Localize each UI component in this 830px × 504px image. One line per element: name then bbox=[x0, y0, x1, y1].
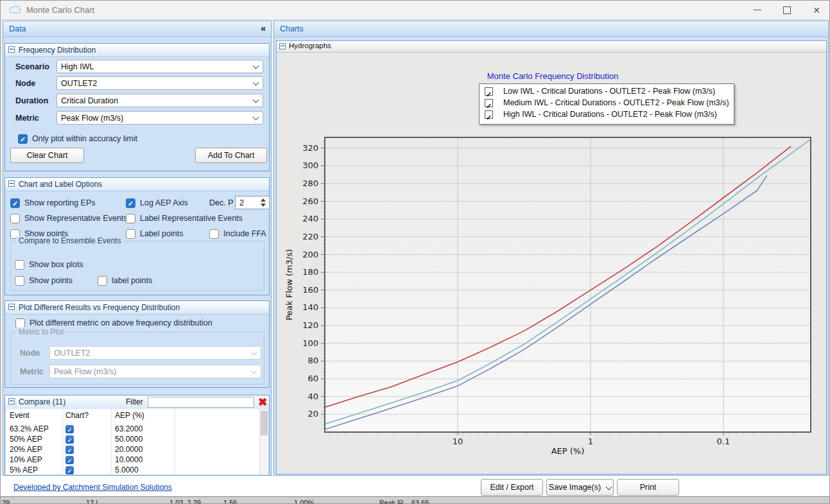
x-tick-label: 10 bbox=[453, 437, 463, 446]
checkbox-label: Show box plots bbox=[29, 260, 83, 269]
checkbox-log-aep-axis[interactable]: Log AEP Axis bbox=[126, 198, 188, 208]
checkbox-ensemble-label-points[interactable]: label points bbox=[98, 275, 152, 286]
legend-item[interactable]: Low IWL - Critical Durations - OUTLET2 -… bbox=[480, 86, 734, 98]
status-fragment: 1.03 2.29 bbox=[169, 499, 201, 504]
table-row[interactable]: 20% AEP 20.0000 bbox=[6, 445, 260, 455]
scrollbar-thumb[interactable] bbox=[261, 411, 268, 435]
filter-label: Filter bbox=[126, 397, 143, 406]
cell-aep: 10.0000 bbox=[115, 455, 143, 464]
chevron-down-icon bbox=[606, 483, 612, 490]
data-panel-title: Data bbox=[9, 24, 26, 33]
metric-label-disabled: Metric bbox=[20, 367, 44, 376]
chart-label-options-header[interactable]: Chart and Label Options bbox=[5, 178, 269, 191]
table-header-row: Event Chart? AEP (%) bbox=[6, 411, 260, 421]
collapse-panel-icon[interactable]: « bbox=[261, 23, 266, 33]
legend-label: Medium IWL - Critical Durations - OUTLET… bbox=[503, 98, 729, 107]
checkbox-accuracy-limit[interactable]: Only plot within accuracy limit bbox=[18, 134, 137, 144]
y-tick-label: 180 bbox=[302, 267, 318, 277]
close-button[interactable]: ✕ bbox=[807, 3, 826, 17]
minimize-button[interactable] bbox=[748, 3, 767, 17]
checkbox-checked-icon bbox=[126, 198, 135, 208]
spin-up-icon[interactable] bbox=[261, 198, 266, 202]
compare-header[interactable]: Compare (11) Filter ✖ bbox=[5, 395, 269, 410]
x-tick-label: 0.1 bbox=[717, 437, 731, 446]
button-label: Edit / Export bbox=[490, 483, 533, 492]
maximize-button[interactable] bbox=[777, 3, 797, 17]
scenario-dropdown[interactable]: High IWL bbox=[56, 60, 263, 73]
checkbox-show-reporting-eps[interactable]: Show reporting EPs bbox=[10, 198, 95, 208]
clear-filter-icon[interactable]: ✖ bbox=[258, 395, 267, 409]
compare-table: Event Chart? AEP (%) 63.2% AEP 63.2000 5… bbox=[6, 409, 260, 474]
cell-event: 50% AEP bbox=[10, 435, 42, 444]
legend-item[interactable]: Medium IWL - Critical Durations - OUTLET… bbox=[480, 98, 734, 109]
spin-down-icon[interactable] bbox=[261, 204, 266, 207]
frequency-distribution-header[interactable]: Frequency Distribution bbox=[5, 44, 269, 57]
column-header-chart[interactable]: Chart? bbox=[65, 411, 89, 420]
row-checkbox-checked[interactable] bbox=[65, 446, 74, 454]
metric-value: Peak Flow (m3/s) bbox=[61, 114, 123, 123]
app-cloud-icon bbox=[8, 4, 21, 17]
row-checkbox-checked[interactable] bbox=[65, 425, 74, 433]
checkbox-label-points[interactable]: Label points bbox=[126, 229, 183, 239]
cell-event: 20% AEP bbox=[10, 445, 42, 454]
plot-background bbox=[325, 137, 811, 432]
column-header-aep[interactable]: AEP (%) bbox=[115, 411, 144, 420]
checkbox-show-representative-events[interactable]: Show Representative Events bbox=[10, 213, 128, 223]
checkbox-show-box-plots[interactable]: Show box plots bbox=[15, 259, 83, 270]
checkbox-plot-different-metric[interactable]: Plot different metric on above frequency… bbox=[15, 318, 212, 328]
y-tick-label: 20 bbox=[307, 409, 318, 419]
cell-aep: 63.2000 bbox=[115, 424, 143, 433]
collapse-minus-icon[interactable] bbox=[8, 180, 15, 187]
checkbox-include-ffa[interactable]: Include FFA bbox=[209, 229, 266, 239]
filter-input[interactable] bbox=[148, 397, 254, 408]
row-checkbox-checked[interactable] bbox=[65, 435, 74, 444]
y-tick-label: 240 bbox=[302, 214, 318, 223]
legend-item[interactable]: High IWL - Critical Durations - OUTLET2 … bbox=[480, 109, 734, 121]
button-label: Clear Chart bbox=[27, 151, 68, 160]
clear-chart-button[interactable]: Clear Chart bbox=[10, 148, 84, 163]
y-axis-label: Peak Flow (m3/s) bbox=[284, 249, 294, 320]
table-scrollbar[interactable] bbox=[259, 409, 268, 474]
checkbox-unchecked-icon bbox=[209, 229, 219, 239]
metric-label: Metric bbox=[15, 114, 39, 123]
checkbox-label-representative-events[interactable]: Label Representative Events bbox=[126, 213, 243, 223]
x-tick-label: 1 bbox=[588, 437, 593, 446]
duration-dropdown[interactable]: Critical Duration bbox=[56, 94, 263, 107]
node-label: Node bbox=[15, 79, 35, 88]
status-bar: 29 12 | 1.03 2.29 1.56 1.00% Peak Fl 63.… bbox=[1, 496, 829, 504]
legend-checkbox-checked[interactable] bbox=[485, 87, 493, 96]
metric-dropdown[interactable]: Peak Flow (m3/s) bbox=[56, 111, 263, 125]
hydrographs-header[interactable]: Hydrographs bbox=[277, 41, 826, 53]
close-icon: ✕ bbox=[813, 6, 820, 15]
save-images-button[interactable]: Save Image(s) bbox=[546, 479, 614, 496]
y-tick-label: 60 bbox=[307, 374, 318, 383]
legend-checkbox-checked[interactable] bbox=[485, 99, 493, 107]
chevron-down-icon bbox=[251, 368, 257, 374]
scenario-value: High IWL bbox=[61, 62, 94, 71]
node-dropdown[interactable]: OUTLET2 bbox=[56, 76, 263, 90]
developer-link[interactable]: Developed by Catchment Simulation Soluti… bbox=[13, 483, 172, 492]
maximize-icon bbox=[783, 6, 791, 14]
print-button[interactable]: Print bbox=[617, 479, 679, 496]
collapse-minus-icon[interactable] bbox=[8, 398, 15, 404]
plot-different-results-header[interactable]: Plot Different Results vs Frequency Dist… bbox=[5, 301, 269, 315]
edit-export-button[interactable]: Edit / Export bbox=[481, 479, 543, 496]
collapse-minus-icon[interactable] bbox=[279, 43, 286, 49]
dec-p-spinner[interactable]: 2 bbox=[235, 196, 270, 209]
table-row-partial[interactable]: 2% AEP 2.0000 bbox=[6, 473, 260, 474]
row-checkbox-checked[interactable] bbox=[65, 456, 74, 464]
collapse-minus-icon[interactable] bbox=[8, 304, 15, 310]
checkbox-ensemble-show-points[interactable]: Show points bbox=[15, 275, 73, 286]
table-row[interactable]: 63.2% AEP 63.2000 bbox=[6, 424, 260, 434]
y-tick-label: 220 bbox=[302, 232, 318, 241]
table-row[interactable]: 50% AEP 50.0000 bbox=[6, 435, 260, 444]
column-header-event[interactable]: Event bbox=[10, 411, 30, 420]
button-label: Add To Chart bbox=[208, 151, 255, 160]
collapse-minus-icon[interactable] bbox=[8, 46, 15, 53]
legend-checkbox-checked[interactable] bbox=[485, 110, 493, 119]
legend-label: High IWL - Critical Durations - OUTLET2 … bbox=[503, 110, 717, 119]
chevron-down-icon bbox=[251, 349, 257, 356]
add-to-chart-button[interactable]: Add To Chart bbox=[195, 148, 267, 163]
table-row[interactable]: 10% AEP 10.0000 bbox=[6, 455, 260, 465]
spinner-arrows[interactable] bbox=[260, 197, 268, 208]
